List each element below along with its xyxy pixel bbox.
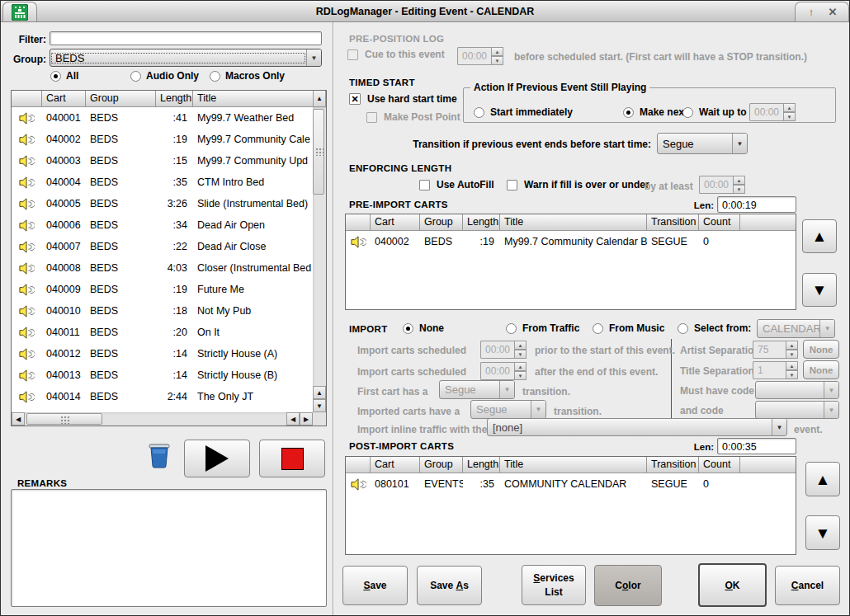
cart-row[interactable]: 040002 BEDS :19 My99.7 Community Cale xyxy=(12,129,313,150)
warn-fill-checkbox[interactable]: Warn if fill is over or under xyxy=(507,179,649,190)
save-button[interactable]: Save xyxy=(342,566,408,605)
title-none-button[interactable]: None xyxy=(803,360,839,379)
horizontal-scrollbar[interactable]: ◀ ◀ ▶ xyxy=(12,412,313,426)
first-cart-transition-select[interactable]: Segue ▼ xyxy=(439,380,515,399)
services-list-button[interactable]: Services List xyxy=(522,565,586,605)
artist-none-button[interactable]: None xyxy=(803,340,839,359)
color-button[interactable]: Color xyxy=(594,565,662,606)
play-icon xyxy=(205,445,229,472)
spin-up-icon[interactable]: ▲ xyxy=(514,341,527,350)
cart-row[interactable]: 040010 BEDS :18 Not My Pub xyxy=(12,300,313,322)
title-separation-spinner[interactable]: 1 ▲▼ xyxy=(753,361,798,379)
artist-separation-spinner[interactable]: 75 ▲▼ xyxy=(753,341,798,359)
spin-down-icon[interactable]: ▼ xyxy=(491,56,503,65)
vertical-scrollbar[interactable]: ▲ ▼ xyxy=(313,107,326,412)
spin-up-icon[interactable]: ▲ xyxy=(783,103,796,112)
title-bar[interactable]: RDLogManager - Editing Event - CALENDAR … xyxy=(1,1,849,22)
import-radio-select-from[interactable]: Select from: xyxy=(678,322,751,334)
vertical-scrollbar-thumb[interactable] xyxy=(313,109,324,195)
wait-time-spinner[interactable]: 00:00 ▲▼ xyxy=(749,103,796,121)
transition-before-start-select[interactable]: Segue ▼ xyxy=(657,133,748,154)
spin-down-icon[interactable]: ▼ xyxy=(783,112,796,121)
type-radio-macros-only[interactable]: Macros Only xyxy=(210,70,285,82)
make-post-point-checkbox[interactable]: Make Post Point xyxy=(366,111,460,123)
scroll-up-icon[interactable]: ▲ xyxy=(313,386,326,399)
scroll-up-icon[interactable]: ▲ xyxy=(313,91,326,107)
group-select[interactable]: BEDS ▼ xyxy=(50,49,322,67)
preimport-move-down-button[interactable]: ▼ xyxy=(802,273,837,307)
cart-row[interactable]: 040007 BEDS :22 Dead Air Close xyxy=(12,236,313,257)
spin-up-icon[interactable]: ▲ xyxy=(786,341,798,350)
spin-down-icon[interactable]: ▼ xyxy=(514,371,527,380)
preimport-row[interactable]: 040002 BEDS :19 My99.7 Community Calenda… xyxy=(346,231,796,252)
use-hard-start-checkbox[interactable]: ✕ Use hard start time xyxy=(349,93,457,105)
col-cart[interactable]: Cart xyxy=(42,91,86,107)
play-button[interactable] xyxy=(184,440,250,477)
cue-time-spinner[interactable]: 00:00 ▲▼ xyxy=(457,47,503,65)
horizontal-scrollbar-thumb[interactable] xyxy=(26,413,102,425)
scroll-right-icon[interactable]: ▶ xyxy=(300,412,313,426)
scroll-left-icon[interactable]: ◀ xyxy=(286,412,300,426)
col-group[interactable]: Group xyxy=(86,91,156,107)
spin-down-icon[interactable]: ▼ xyxy=(514,350,527,359)
cart-row[interactable]: 040006 BEDS :34 Dead Air Open xyxy=(12,214,313,236)
cart-row[interactable]: 040001 BEDS :41 My99.7 Weather Bed xyxy=(12,107,313,129)
group-select-value: BEDS xyxy=(50,52,306,64)
col-title[interactable]: Title xyxy=(193,91,313,107)
imported-carts-transition-select[interactable]: Segue ▼ xyxy=(470,400,546,419)
warn-time-spinner[interactable]: 00:00 ▲▼ xyxy=(699,176,745,194)
and-code-select[interactable]: ▼ xyxy=(755,401,839,419)
postimport-move-up-button[interactable]: ▲ xyxy=(805,462,840,496)
cart-row[interactable]: 040004 BEDS :35 CTM Intro Bed xyxy=(12,172,313,193)
remarks-textarea[interactable] xyxy=(11,489,327,607)
cart-row[interactable]: 040003 BEDS :15 My99.7 Community Upd xyxy=(12,150,313,172)
postimport-move-down-button[interactable]: ▼ xyxy=(805,515,840,550)
select-from-select[interactable]: CALENDAR ▼ xyxy=(757,319,835,338)
spin-up-icon[interactable]: ▲ xyxy=(733,176,745,185)
type-radio-all[interactable]: All xyxy=(50,70,78,82)
radio-make-next[interactable]: Make next xyxy=(623,106,687,118)
trash-icon[interactable] xyxy=(146,440,172,469)
cue-to-event-checkbox[interactable]: Cue to this event xyxy=(347,49,445,60)
cart-row[interactable]: 040008 BEDS 4:03 Closer (Instrumental Be… xyxy=(12,257,313,279)
spin-down-icon[interactable]: ▼ xyxy=(733,185,745,194)
spin-up-icon[interactable]: ▲ xyxy=(491,47,503,56)
cart-row[interactable]: 040012 BEDS :14 Strictly House (A) xyxy=(12,343,313,364)
must-have-code-select[interactable]: ▼ xyxy=(755,381,839,399)
spin-down-icon[interactable]: ▼ xyxy=(786,370,798,379)
radio-wait-up-to[interactable]: Wait up to xyxy=(682,106,747,118)
radio-start-immediately[interactable]: Start immediately xyxy=(474,106,573,118)
inline-traffic-select[interactable]: [none] ▼ xyxy=(487,418,787,436)
rdlogmanager-edit-event-window: RDLogManager - Editing Event - CALENDAR … xyxy=(0,0,850,616)
cart-row[interactable]: 040009 BEDS :19 Future Me xyxy=(12,279,313,300)
save-as-button[interactable]: Save As xyxy=(417,566,482,605)
chevron-down-icon: ▼ xyxy=(306,49,321,66)
filter-input[interactable] xyxy=(50,31,322,45)
cart-row[interactable]: 040014 BEDS 2:44 The Only JT xyxy=(12,386,313,407)
cart-row[interactable]: 040005 BEDS 3:26 Slide (Instrumental Bed… xyxy=(12,193,313,214)
import-radio-none[interactable]: None xyxy=(403,322,444,334)
spin-up-icon[interactable]: ▲ xyxy=(514,362,527,371)
cart-row[interactable]: 040013 BEDS :14 Strictly House (B) xyxy=(12,364,313,386)
stop-button[interactable] xyxy=(259,440,325,477)
postimport-row[interactable]: 080101 EVENTS :35 COMMUNITY CALENDAR SEG… xyxy=(346,473,796,495)
maximize-icon[interactable]: ↑ xyxy=(800,6,822,18)
sched-after-spinner[interactable]: 00:00 ▲▼ xyxy=(480,362,527,380)
close-icon[interactable]: ✕ xyxy=(822,6,843,18)
spin-up-icon[interactable]: ▲ xyxy=(786,361,798,370)
type-radio-audio-only[interactable]: Audio Only xyxy=(130,70,199,82)
preimport-move-up-button[interactable]: ▲ xyxy=(802,219,837,253)
title-separation-label: Title Separation xyxy=(680,365,754,377)
cart-row[interactable]: 040011 BEDS :20 On It xyxy=(12,322,313,343)
spin-down-icon[interactable]: ▼ xyxy=(786,350,798,359)
use-autofill-checkbox[interactable]: Use AutoFill xyxy=(419,179,494,190)
sched-prior-spinner[interactable]: 00:00 ▲▼ xyxy=(480,341,527,359)
speaker-icon xyxy=(351,478,366,491)
ok-button[interactable]: OK xyxy=(698,563,767,607)
import-radio-from-music[interactable]: From Music xyxy=(593,322,664,334)
scroll-left-icon[interactable]: ◀ xyxy=(12,412,25,426)
col-length[interactable]: Length xyxy=(156,91,193,107)
scroll-down-icon[interactable]: ▼ xyxy=(313,399,326,412)
cancel-button[interactable]: Cancel xyxy=(775,566,840,605)
import-radio-from-traffic[interactable]: From Traffic xyxy=(506,322,579,334)
